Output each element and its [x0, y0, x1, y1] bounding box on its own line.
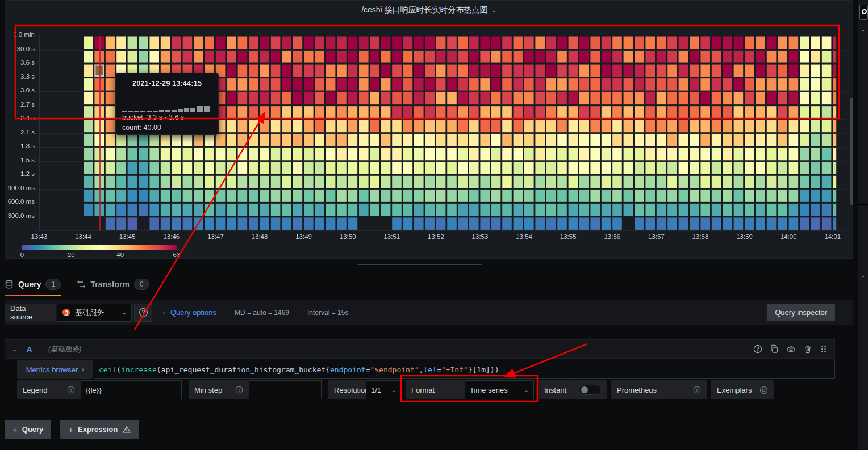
tooltip-histogram-bar — [147, 111, 152, 112]
x-axis-label: 13:55 — [551, 233, 585, 240]
disable-query-eye-icon[interactable] — [786, 344, 796, 354]
tab-transform[interactable]: Transform 0 — [77, 274, 149, 295]
database-icon — [5, 280, 14, 289]
instant-field-label: Instant — [539, 380, 574, 399]
chevron-right-icon[interactable]: › — [162, 309, 165, 317]
color-scale-legend — [22, 245, 177, 250]
datasource-value: 基础服务 — [75, 308, 105, 318]
x-axis-label: 13:43 — [22, 233, 56, 240]
promql-token: le! — [423, 365, 436, 374]
tooltip-histogram-bar — [153, 111, 158, 112]
legend-tick: 20 — [62, 251, 80, 258]
promql-token: }[1m])) — [468, 365, 499, 374]
info-circle-icon[interactable] — [67, 386, 75, 394]
sidebar-divider — [858, 161, 868, 161]
datasource-help-button[interactable] — [134, 304, 152, 322]
tab-query[interactable]: Query 1 — [5, 274, 61, 295]
prometheus-icon — [62, 308, 70, 317]
format-select[interactable]: Time series⌄ — [465, 380, 534, 399]
promql-token: (api_request_duration_histogram_bucket{ — [157, 365, 330, 374]
y-axis-label: 3.6 s — [5, 59, 35, 66]
query-row-header[interactable]: ⌄ A (基础服务) — [5, 339, 835, 359]
resolution-select[interactable]: 1/1⌄ — [366, 380, 401, 399]
x-axis-label: 13:45 — [110, 233, 144, 240]
tooltip-histogram-bar — [128, 111, 133, 112]
y-axis-label: 1.8 s — [5, 142, 35, 149]
chevron-down-icon: ⌄ — [387, 387, 396, 393]
x-axis-label: 13:44 — [66, 233, 101, 240]
drag-handle-icon[interactable] — [820, 344, 828, 354]
add-query-button[interactable]: + Query — [5, 420, 51, 439]
min-step-input[interactable] — [249, 380, 322, 399]
duplicate-query-icon[interactable] — [770, 344, 779, 354]
delete-query-trash-icon[interactable] — [803, 344, 812, 354]
query-editor-section: ⌄ A (基础服务) — [5, 339, 835, 399]
x-axis-label: 13:57 — [639, 233, 673, 240]
x-axis-label: 13:49 — [287, 233, 321, 240]
magnifier-icon — [862, 9, 867, 14]
chevron-down-icon: ⌄ — [520, 387, 529, 393]
info-circle-icon[interactable] — [693, 386, 701, 394]
help-circle-icon — [139, 308, 148, 317]
vertical-scrollbar[interactable] — [850, 98, 853, 205]
promql-token: "+Inf" — [441, 365, 468, 374]
promql-expression-input[interactable]: ceil(increase(api_request_duration_histo… — [94, 360, 835, 379]
query-options-toggle[interactable]: Query options — [170, 308, 216, 317]
promql-token: ceil — [99, 365, 116, 374]
query-inspector-button[interactable]: Query inspector — [767, 304, 835, 321]
help-circle-icon[interactable] — [753, 344, 762, 354]
x-axis-label: 13:54 — [507, 233, 541, 240]
x-axis-label: 13:52 — [419, 233, 453, 240]
y-axis-label: 600.0 ms — [5, 198, 35, 205]
x-axis-label: 13:56 — [595, 233, 629, 240]
min-step-field-label: Min step — [189, 380, 249, 399]
chevron-down-icon[interactable]: ⌄ — [12, 346, 17, 353]
promql-token: , — [419, 365, 424, 374]
x-axis-label: 14:01 — [816, 233, 850, 240]
datasource-select[interactable]: 基础服务 ⌄ — [57, 304, 132, 322]
y-axis-label: 2.1 s — [5, 129, 35, 136]
instant-toggle[interactable] — [579, 385, 602, 395]
chevron-down-icon[interactable]: ⌄ — [861, 272, 865, 279]
info-circle-icon[interactable] — [235, 386, 243, 394]
tooltip-histogram-bar — [159, 110, 164, 112]
tooltip-histogram-bar — [190, 108, 195, 112]
tooltip-histogram-bar — [178, 109, 183, 112]
sidebar-search-partial[interactable] — [859, 5, 868, 20]
y-axis-label: 900.0 ms — [5, 184, 35, 191]
legend-format-input[interactable]: {{le}} — [81, 380, 182, 399]
editor-tabs: Query 1 Transform 0 — [5, 274, 149, 295]
chevron-down-icon[interactable]: ⌄ — [861, 26, 865, 32]
query-options-row: Legend {{le}} Min step Resolution 1/1⌄ F… — [5, 380, 835, 399]
pane-resize-handle[interactable] — [357, 264, 482, 265]
y-axis-label: 2.4 s — [5, 115, 35, 121]
tooltip-bucket: bucket: 3.3 s - 3.6 s — [122, 113, 184, 121]
promql-token: = — [437, 365, 441, 374]
y-axis-label: 3.3 s — [5, 73, 35, 80]
promql-token: "$endpoint" — [370, 365, 419, 374]
tooltip-histogram-bar — [184, 108, 189, 112]
grafana-panel-edit-screen: /ceshi 接口响应时长实时分布热点图⌄ 1.0 min30.0 s3.6 s… — [0, 0, 868, 450]
tooltip-histogram-bar — [165, 110, 170, 112]
transform-icon — [77, 280, 86, 289]
toggle-knob — [581, 386, 588, 393]
resolution-field-label: Resolution — [328, 380, 366, 399]
chevron-down-icon: ⌄ — [116, 309, 127, 316]
warning-triangle-icon — [122, 425, 131, 434]
legend-tick: 40 — [112, 251, 129, 258]
sidebar-divider — [858, 204, 868, 205]
expression-row: Metrics browser › ceil(increase(api_requ… — [5, 360, 835, 379]
query-count-badge: 1 — [45, 279, 61, 290]
chevron-right-icon: › — [81, 365, 84, 373]
metrics-browser-button[interactable]: Metrics browser › — [17, 360, 93, 379]
plus-icon: + — [12, 424, 18, 434]
editor-footer: + Query + Expression — [5, 420, 139, 439]
x-axis-label: 13:46 — [155, 233, 189, 240]
exemplars-eye-icon[interactable] — [760, 386, 768, 394]
tooltip-timestamp: 2021-12-29 13:44:15 — [116, 79, 218, 87]
tooltip-histogram-bar — [197, 106, 203, 112]
tooltip-histogram-bar — [134, 111, 139, 112]
promql-token: increase — [121, 365, 157, 374]
plus-icon: + — [68, 424, 73, 434]
add-expression-button[interactable]: + Expression — [60, 420, 139, 439]
